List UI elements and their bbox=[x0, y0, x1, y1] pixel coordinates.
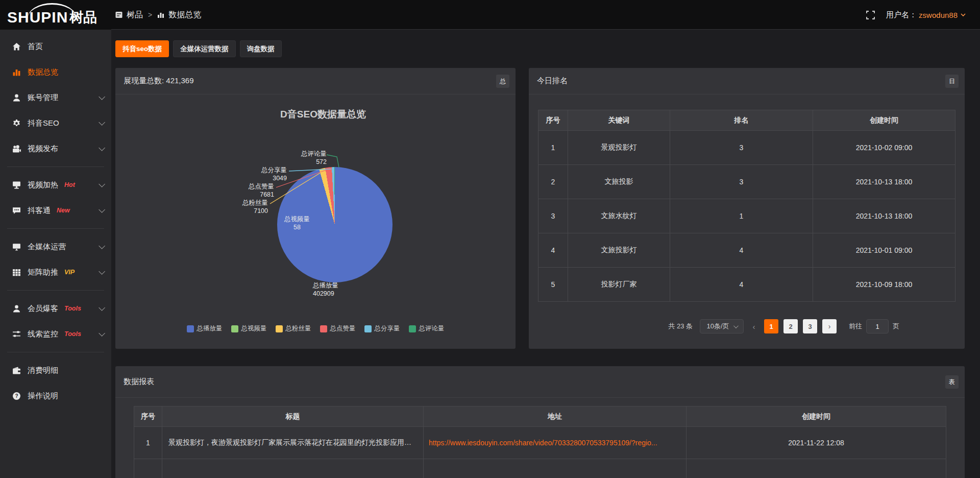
legend-swatch bbox=[320, 325, 327, 332]
sidebar-item-label: 消费明细 bbox=[28, 366, 58, 375]
page-2-button[interactable]: 2 bbox=[783, 319, 798, 333]
report-title: 数据报表 bbox=[124, 377, 154, 387]
sidebar-divider bbox=[7, 290, 104, 291]
tools-badge: Tools bbox=[64, 305, 81, 312]
page-3-button[interactable]: 3 bbox=[803, 319, 817, 333]
legend-item[interactable]: 总播放量 bbox=[187, 324, 223, 333]
table-row-partial bbox=[134, 459, 946, 478]
new-badge: New bbox=[57, 207, 70, 214]
legend-label: 总点赞量 bbox=[330, 324, 356, 333]
legend-item[interactable]: 总粉丝量 bbox=[276, 324, 311, 333]
page-size-select[interactable]: 10条/页 bbox=[700, 319, 744, 333]
col-rank: 排名 bbox=[670, 110, 813, 131]
sidebar-item-media-operation[interactable]: 全媒体运营 bbox=[0, 234, 111, 259]
breadcrumb: 树品 > 数据总览 bbox=[115, 0, 201, 30]
chevron-down-icon bbox=[99, 304, 105, 311]
table-row: 2文旅投影32021-10-13 18:00 bbox=[538, 165, 955, 199]
chevron-down-icon bbox=[99, 268, 105, 275]
legend-label: 总评论量 bbox=[419, 324, 445, 333]
tab-media-operation[interactable]: 全媒体运营数据 bbox=[173, 40, 236, 57]
chart-title: D音SEO数据量总览 bbox=[131, 108, 516, 121]
video-url-link[interactable]: https://www.iesdouyin.com/share/video/70… bbox=[429, 439, 657, 447]
sidebar-item-label: 操作说明 bbox=[28, 391, 58, 401]
sidebar-item-account[interactable]: 账号管理 bbox=[0, 85, 111, 110]
user-menu[interactable]: 用户名： zswodun88 bbox=[886, 10, 966, 20]
legend-label: 总分享量 bbox=[375, 324, 400, 333]
total-badge-button[interactable]: 总 bbox=[496, 75, 509, 88]
pagination-total: 共 23 条 bbox=[668, 322, 693, 331]
sidebar-item-label: 账号管理 bbox=[28, 93, 58, 103]
overview-chart-card: 展现量总数: 421,369 总 D音SEO数据量总览 总评论量572 总分享量… bbox=[115, 68, 516, 349]
page-1-button[interactable]: 1 bbox=[764, 319, 778, 333]
sidebar-item-label: 数据总览 bbox=[28, 67, 58, 77]
sidebar-item-douyin-seo[interactable]: 抖音SEO bbox=[0, 110, 111, 136]
svg-text:?: ? bbox=[15, 393, 18, 399]
sidebar-divider bbox=[7, 166, 104, 167]
sidebar-item-label: 会员爆客 bbox=[28, 304, 58, 314]
sidebar-item-home[interactable]: 首页 bbox=[0, 34, 111, 59]
pie-label-shares: 总分享量3049 bbox=[261, 166, 287, 182]
pie-label-plays: 总播放量402909 bbox=[313, 281, 338, 298]
sidebar-item-video-publish[interactable]: 视频发布 bbox=[0, 136, 111, 161]
sidebar-item-help[interactable]: ? 操作说明 bbox=[0, 383, 111, 409]
ranking-card-header: 今日排名 日 bbox=[529, 68, 965, 94]
ranking-title: 今日排名 bbox=[537, 76, 568, 86]
data-source-tabs: 抖音seo数据 全媒体运营数据 询盘数据 bbox=[115, 40, 282, 57]
legend-swatch bbox=[409, 325, 416, 332]
table-row: 5投影灯厂家42021-10-09 18:00 bbox=[538, 268, 955, 302]
sidebar-item-label: 抖客通 bbox=[28, 206, 51, 216]
brand-logo[interactable]: SHUPIN 树品 bbox=[7, 3, 111, 28]
gear-icon bbox=[12, 119, 21, 128]
pie-label-fans: 总粉丝量7100 bbox=[242, 199, 268, 215]
video-title-cell: 景观投影灯，夜游景观投影灯厂家展示展示落花灯在花园里的灯光投影应用效果 # bbox=[162, 427, 424, 459]
breadcrumb-root[interactable]: 树品 bbox=[127, 10, 143, 20]
pie-chart-area: D音SEO数据量总览 总评论量572 总分享量3049 总点赞量7681 总粉丝… bbox=[115, 94, 516, 348]
pie-label-videos: 总视频量58 bbox=[284, 215, 310, 231]
table-header-row: 序号 标题 地址 创建时间 bbox=[134, 407, 946, 427]
hot-badge: Hot bbox=[64, 181, 75, 188]
video-camera-icon bbox=[12, 145, 21, 153]
chevron-down-icon bbox=[99, 181, 105, 187]
prev-page-button[interactable]: ‹ bbox=[749, 322, 759, 331]
tools-badge: Tools bbox=[64, 330, 81, 338]
chart-card-header: 展现量总数: 421,369 总 bbox=[115, 68, 516, 94]
sidebar-item-lead-monitor[interactable]: 线索监控 Tools bbox=[0, 321, 111, 347]
col-index: 序号 bbox=[134, 407, 162, 427]
logo-arc-decoration bbox=[28, 3, 77, 18]
pie-label-comments: 总评论量572 bbox=[301, 150, 327, 166]
table-badge-button[interactable]: 表 bbox=[945, 375, 959, 389]
goto-page-input[interactable] bbox=[866, 319, 889, 333]
table-header-row: 序号 关键词 排名 创建时间 bbox=[538, 110, 955, 131]
chevron-down-icon bbox=[99, 145, 105, 151]
pie-label-likes: 总点赞量7681 bbox=[249, 182, 274, 199]
sidebar-item-matrix-boost[interactable]: 矩阵助推 VIP bbox=[0, 259, 111, 285]
report-card: 数据报表 表 序号 标题 地址 创建时间 1 景观投影灯，夜游景观投影灯 bbox=[115, 366, 965, 478]
sidebar-item-label: 线索监控 bbox=[28, 329, 58, 339]
user-icon bbox=[12, 304, 21, 313]
legend-item[interactable]: 总点赞量 bbox=[320, 324, 356, 333]
ranking-table: 序号 关键词 排名 创建时间 1景观投影灯32021-10-02 09:00 2… bbox=[538, 110, 955, 302]
sidebar-item-member-tool[interactable]: 会员爆客 Tools bbox=[0, 296, 111, 321]
day-badge-button[interactable]: 日 bbox=[945, 75, 959, 88]
legend-item[interactable]: 总视频量 bbox=[231, 324, 267, 333]
legend-swatch bbox=[231, 325, 238, 332]
fullscreen-icon[interactable] bbox=[866, 11, 875, 19]
sidebar-item-consumption[interactable]: 消费明细 bbox=[0, 357, 111, 383]
table-row: 1景观投影灯32021-10-02 09:00 bbox=[538, 131, 955, 165]
legend-item[interactable]: 总评论量 bbox=[409, 324, 445, 333]
tab-douyin-seo[interactable]: 抖音seo数据 bbox=[115, 40, 169, 57]
sidebar-item-video-heat[interactable]: 视频加热 Hot bbox=[0, 172, 111, 198]
next-page-button[interactable]: › bbox=[822, 319, 837, 333]
bar-chart-icon bbox=[157, 11, 164, 18]
col-index: 序号 bbox=[538, 110, 568, 131]
ranking-card: 今日排名 日 序号 关键词 排名 创建时间 1景观投影灯32021-10-02 … bbox=[529, 68, 965, 349]
sidebar-item-douketong[interactable]: 抖客通 New bbox=[0, 198, 111, 223]
goto-suffix: 页 bbox=[893, 322, 899, 331]
legend-item[interactable]: 总分享量 bbox=[364, 324, 400, 333]
sidebar-item-data-overview[interactable]: 数据总览 bbox=[0, 59, 111, 85]
chevron-down-icon bbox=[99, 119, 105, 126]
vip-badge: VIP bbox=[64, 269, 75, 276]
sidebar-item-label: 全媒体运营 bbox=[28, 242, 66, 252]
col-title: 标题 bbox=[162, 407, 424, 427]
tab-inquiry[interactable]: 询盘数据 bbox=[240, 40, 282, 57]
